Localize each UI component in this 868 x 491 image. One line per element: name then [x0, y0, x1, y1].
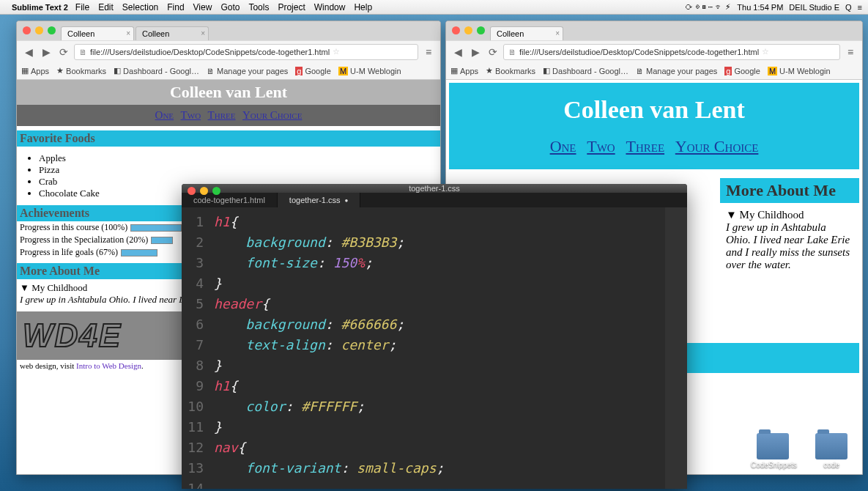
sublime-window: together-1.css code-together1.html toget…: [182, 184, 687, 489]
window-controls[interactable]: [452, 26, 485, 34]
reload-button[interactable]: ⟳: [56, 45, 71, 59]
zoom-icon[interactable]: [48, 26, 56, 34]
close-icon[interactable]: [23, 26, 31, 34]
forward-button[interactable]: ▶: [39, 45, 53, 59]
tab-close-icon[interactable]: ×: [555, 29, 560, 37]
menubar-clock[interactable]: Thu 1:54 PM: [737, 3, 783, 12]
close-icon[interactable]: [452, 26, 460, 34]
chrome-menu-icon[interactable]: ≡: [843, 45, 858, 59]
chrome-tabstrip: Colleen×: [446, 21, 862, 40]
close-icon[interactable]: [188, 187, 196, 195]
file-icon: 🗎: [508, 48, 516, 56]
desktop-folder[interactable]: code: [809, 433, 853, 469]
url-bar[interactable]: 🗎 file:///Users/deilstudioe/Desktop/Code…: [503, 44, 840, 60]
tab-title: Colleen: [497, 29, 524, 38]
editor-tab[interactable]: code-together1.html: [182, 193, 278, 207]
folder-label: CodeSnippets: [751, 461, 795, 469]
minimize-icon[interactable]: [200, 187, 208, 195]
bookmark-item[interactable]: ◧ Dashboard - Googl…: [114, 66, 199, 75]
chrome-toolbar: ◀ ▶ ⟳ 🗎 file:///Users/deilstudioe/Deskto…: [446, 40, 862, 62]
folder-icon: [815, 433, 847, 459]
dirty-indicator-icon: ●: [345, 197, 349, 204]
bookmark-star-icon[interactable]: ☆: [333, 47, 340, 56]
minimap[interactable]: [665, 207, 687, 489]
menu-window[interactable]: Window: [314, 2, 346, 12]
bookmarks-bar: ▦ Apps ★ Bookmarks ◧ Dashboard - Googl… …: [17, 62, 440, 80]
chrome-menu-icon[interactable]: ≡: [421, 45, 436, 59]
bookmark-item[interactable]: ◧ Dashboard - Googl…: [543, 66, 628, 75]
sublime-titlebar[interactable]: together-1.css: [182, 184, 687, 193]
notification-icon[interactable]: ≡: [858, 3, 862, 12]
section-heading-foods: Favorite Foods: [17, 130, 440, 147]
window-controls[interactable]: [188, 187, 220, 195]
back-button[interactable]: ◀: [450, 45, 465, 59]
folder-icon: [757, 433, 789, 459]
browser-tab[interactable]: Colleen×: [61, 26, 134, 40]
bookmark-item[interactable]: ★ Bookmarks: [56, 66, 106, 75]
minimize-icon[interactable]: [464, 26, 472, 34]
page-header: Colleen van Lent One Two Three Your Choi…: [449, 83, 859, 169]
spotlight-icon[interactable]: Q: [845, 3, 852, 12]
bookmark-apps[interactable]: ▦ Apps: [450, 66, 478, 75]
chrome-toolbar: ◀ ▶ ⟳ 🗎 file:///Users/deilstudioe/Deskto…: [17, 40, 440, 62]
bookmark-item[interactable]: M U-M Weblogin: [338, 67, 401, 75]
code-editor[interactable]: h1{ background: #B3B3B3; font-size: 150%…: [209, 207, 665, 489]
nav-link[interactable]: Two: [587, 137, 615, 155]
menu-help[interactable]: Help: [354, 2, 372, 12]
page-title: Colleen van Lent: [17, 80, 440, 105]
bookmark-item[interactable]: 🗎 Manage your pages: [207, 67, 288, 75]
bookmark-item[interactable]: g Google: [724, 67, 760, 75]
menubar-user[interactable]: DEIL Studio E: [789, 3, 839, 12]
nav-link[interactable]: Three: [208, 109, 236, 121]
app-name[interactable]: Sublime Text 2: [12, 3, 68, 12]
page-header: One Two Three Your Choice: [17, 105, 440, 126]
bookmark-item[interactable]: g Google: [295, 67, 331, 75]
menu-find[interactable]: Find: [167, 2, 184, 12]
nav-link[interactable]: Your Choice: [242, 109, 302, 121]
menu-project[interactable]: Project: [278, 2, 305, 12]
url-bar[interactable]: 🗎 file:///Users/deilstudioe/Desktop/Code…: [74, 44, 418, 60]
bookmark-star-icon[interactable]: ☆: [762, 47, 769, 56]
browser-tab[interactable]: Colleen×: [136, 26, 209, 40]
forward-button[interactable]: ▶: [468, 45, 483, 59]
desktop-folder[interactable]: CodeSnippets: [751, 433, 795, 469]
menu-edit[interactable]: Edit: [98, 2, 114, 12]
nav-link[interactable]: One: [155, 109, 174, 121]
details-summary: My Childhood: [31, 282, 87, 293]
nav-link[interactable]: Your Choice: [675, 137, 759, 155]
section-heading-more: More About Me: [720, 178, 859, 203]
sublime-tabstrip: code-together1.html together-1.css●: [182, 193, 687, 207]
url-text: file:///Users/deilstudioe/Desktop/CodeSn…: [90, 48, 330, 56]
reload-button[interactable]: ⟳: [486, 45, 500, 59]
zoom-icon[interactable]: [212, 187, 220, 195]
tab-close-icon[interactable]: ×: [126, 29, 130, 37]
editor-tab-active[interactable]: together-1.css●: [278, 193, 361, 207]
nav-links: One Two Three Your Choice: [17, 109, 440, 122]
bookmark-item[interactable]: M U-M Weblogin: [768, 67, 831, 75]
page-title: Colleen van Lent: [456, 96, 852, 124]
bookmarks-bar: ▦ Apps ★ Bookmarks ◧ Dashboard - Googl… …: [446, 62, 862, 80]
footer-link[interactable]: Intro to Web Design: [76, 361, 141, 370]
tab-close-icon[interactable]: ×: [201, 29, 205, 37]
browser-tab[interactable]: Colleen×: [490, 26, 563, 40]
nav-link[interactable]: One: [550, 137, 576, 155]
details-childhood[interactable]: ▼ My Childhood I grew up in Ashtabula Oh…: [720, 206, 859, 274]
bookmark-apps[interactable]: ▦ Apps: [21, 66, 49, 75]
zoom-icon[interactable]: [477, 26, 485, 34]
menu-file[interactable]: File: [75, 2, 89, 12]
back-button[interactable]: ◀: [21, 45, 36, 59]
macos-menubar: Sublime Text 2 File Edit Selection Find …: [0, 0, 868, 15]
list-item: Apples: [39, 152, 440, 164]
menu-selection[interactable]: Selection: [122, 2, 158, 12]
menu-tools[interactable]: Tools: [248, 2, 269, 12]
nav-link[interactable]: Two: [181, 109, 201, 121]
nav-link[interactable]: Three: [626, 137, 664, 155]
menu-view[interactable]: View: [193, 2, 212, 12]
window-controls[interactable]: [23, 26, 56, 34]
status-icons[interactable]: ⟳ ◎ ⊞ ⋯ ᯤ ⚡︎: [685, 2, 731, 12]
menu-goto[interactable]: Goto: [220, 2, 240, 12]
bookmark-item[interactable]: 🗎 Manage your pages: [636, 67, 717, 75]
minimize-icon[interactable]: [35, 26, 43, 34]
nav-links: One Two Three Your Choice: [456, 137, 852, 156]
bookmark-item[interactable]: ★ Bookmarks: [486, 66, 535, 75]
